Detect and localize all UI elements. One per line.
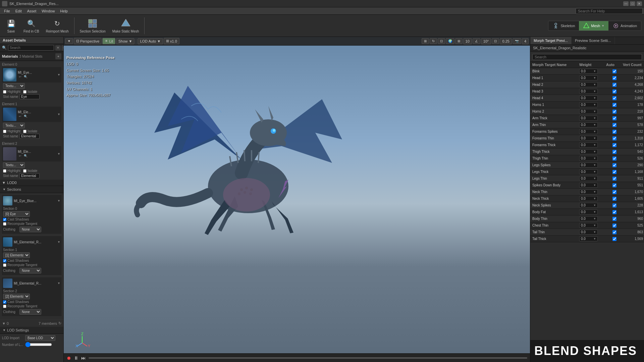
section-2-mat-select[interactable]: [2] Elementa	[3, 294, 30, 299]
morph-weight-arrow-22[interactable]: ▼	[593, 217, 596, 220]
slot-name-input-2[interactable]	[19, 173, 40, 178]
morph-weight-arrow-6[interactable]: ▼	[593, 110, 596, 113]
morph-search-input[interactable]	[532, 54, 642, 60]
menu-help[interactable]: Help	[57, 8, 70, 14]
vp-camera-btn[interactable]: 📷	[513, 38, 521, 44]
morph-weight-input-6[interactable]	[581, 110, 593, 113]
morph-auto-check-12[interactable]	[612, 150, 616, 154]
list-view-btn[interactable]: ≡	[55, 45, 61, 51]
morph-auto-check-9[interactable]	[612, 130, 616, 134]
close-btn[interactable]: ✕	[637, 1, 642, 6]
lod-import-select[interactable]: Base LOD	[25, 335, 55, 341]
morph-auto-check-8[interactable]	[612, 123, 616, 127]
morph-weight-input-16[interactable]	[581, 177, 593, 180]
menu-window[interactable]: Window	[39, 8, 57, 14]
vp-camera-speed[interactable]: 4	[522, 38, 529, 44]
morph-auto-check-22[interactable]	[612, 217, 616, 221]
window-controls[interactable]: — □ ✕	[623, 1, 642, 6]
morph-weight-arrow-18[interactable]: ▼	[593, 190, 596, 193]
morph-weight-input-8[interactable]	[581, 123, 593, 127]
morph-target-tab[interactable]: Morph Target Previ...	[530, 37, 572, 44]
make-static-mesh-button[interactable]: Make Static Mesh	[110, 17, 142, 35]
section-0-dropdown-arrow[interactable]: ▼	[57, 199, 60, 202]
morph-auto-check-14[interactable]	[612, 163, 616, 167]
vp-rotate-btn[interactable]: ↻	[430, 38, 437, 44]
animation-tab[interactable]: Animation	[608, 21, 641, 31]
morph-weight-input-3[interactable]	[581, 89, 593, 93]
vp-transform-btn[interactable]: ⊞	[422, 38, 429, 44]
mesh-tab-arrow[interactable]: ▼	[601, 24, 604, 27]
morph-auto-check-19[interactable]	[612, 197, 616, 201]
find-in-cb-button[interactable]: 🔍 Find in CB	[21, 17, 42, 35]
morph-weight-input-7[interactable]	[581, 116, 593, 120]
morph-auto-check-3[interactable]	[612, 89, 616, 94]
morph-weight-arrow-25[interactable]: ▼	[593, 237, 596, 240]
element-0-type-select[interactable]: Textu...	[3, 83, 25, 89]
add-material-btn[interactable]: +	[55, 53, 61, 59]
playback-progress[interactable]	[89, 357, 527, 359]
vp-world-btn[interactable]: 🌍	[446, 38, 454, 44]
viewport-dropdown-btn[interactable]: ▼	[65, 38, 73, 44]
morph-weight-arrow-20[interactable]: ▼	[593, 204, 596, 207]
clothing-select-0[interactable]: None	[19, 227, 41, 232]
recompute-2[interactable]: Recompute Tangent	[3, 304, 60, 308]
morph-weight-arrow-12[interactable]: ▼	[593, 150, 596, 153]
preview-scene-tab[interactable]: Preview Scene Setti...	[572, 37, 615, 44]
morph-auto-check-1[interactable]	[612, 76, 616, 80]
search-btn-1[interactable]: 🔍	[23, 114, 28, 119]
element-0-dropdown[interactable]: ▼	[57, 73, 60, 76]
morph-weight-arrow-19[interactable]: ▼	[593, 197, 596, 200]
sections-header[interactable]: ▼ Sections	[0, 186, 63, 193]
morph-weight-input-19[interactable]	[581, 197, 593, 200]
morph-weight-arrow-2[interactable]: ▼	[593, 83, 596, 86]
next-frame-btn[interactable]: ⏭	[81, 355, 86, 361]
section-1-dropdown-arrow[interactable]: ▼	[57, 240, 60, 244]
morph-weight-arrow-16[interactable]: ▼	[593, 177, 596, 180]
morph-auto-check-0[interactable]	[612, 69, 616, 73]
slot-name-input-1[interactable]	[19, 134, 40, 139]
highlight-check-2[interactable]: Highlight	[3, 169, 20, 173]
search-btn-0[interactable]: 🔍	[23, 74, 28, 79]
morph-auto-check-7[interactable]	[612, 116, 616, 120]
morph-auto-check-18[interactable]	[612, 190, 616, 194]
lod0-header[interactable]: ▼ LOD0	[0, 180, 63, 186]
clothing-select-1[interactable]: None	[19, 268, 41, 274]
morph-weight-arrow-4[interactable]: ▼	[593, 97, 596, 100]
clothing-select-2[interactable]: None	[19, 309, 41, 315]
morph-weight-arrow-13[interactable]: ▼	[593, 157, 596, 160]
element-1-type-select[interactable]: Textu...	[3, 123, 25, 128]
search-btn-2[interactable]: 🔍	[23, 154, 28, 158]
morph-auto-check-24[interactable]	[612, 230, 616, 234]
morph-auto-check-20[interactable]	[612, 203, 616, 207]
vp-scale-btn[interactable]: ⊡	[438, 38, 445, 44]
morph-weight-input-5[interactable]	[581, 103, 593, 107]
mesh-tab[interactable]: Mesh ▼	[579, 21, 608, 31]
cast-shadows-0[interactable]: Cast Shadows	[3, 218, 60, 221]
morph-auto-check-2[interactable]	[612, 83, 616, 87]
morph-weight-arrow-1[interactable]: ▼	[593, 76, 596, 79]
section-2-dropdown-arrow[interactable]: ▼	[57, 282, 60, 285]
morph-auto-check-16[interactable]	[612, 177, 616, 181]
morph-weight-arrow-14[interactable]: ▼	[593, 164, 596, 167]
minimize-btn[interactable]: —	[623, 1, 629, 6]
morph-weight-input-11[interactable]	[581, 143, 593, 147]
menu-asset[interactable]: Asset	[24, 8, 39, 14]
morph-weight-arrow-9[interactable]: ▼	[593, 130, 596, 133]
morph-weight-arrow-3[interactable]: ▼	[593, 90, 596, 93]
vp-scale-snap-btn[interactable]: ⊡	[492, 38, 499, 44]
morph-auto-check-10[interactable]	[612, 136, 616, 140]
asset-search-input[interactable]	[8, 45, 54, 51]
morph-weight-arrow-11[interactable]: ▼	[593, 143, 596, 146]
morph-weight-arrow-7[interactable]: ▼	[593, 117, 596, 120]
morph-weight-input-9[interactable]	[581, 130, 593, 133]
recompute-1[interactable]: Recompute Tangent	[3, 263, 60, 267]
morph-auto-check-11[interactable]	[612, 143, 616, 147]
morph-auto-check-4[interactable]	[612, 96, 616, 100]
morph-auto-check-21[interactable]	[612, 210, 616, 214]
reset-btn-0[interactable]: ↩	[18, 74, 22, 79]
pause-btn[interactable]: ⏸	[74, 355, 78, 361]
perspective-btn[interactable]: ⊡ Perspective	[74, 38, 102, 44]
morph-weight-input-13[interactable]	[581, 157, 593, 160]
lod-settings-header[interactable]: ▼ LOD Settings	[0, 327, 63, 334]
morph-weight-input-18[interactable]	[581, 190, 593, 194]
